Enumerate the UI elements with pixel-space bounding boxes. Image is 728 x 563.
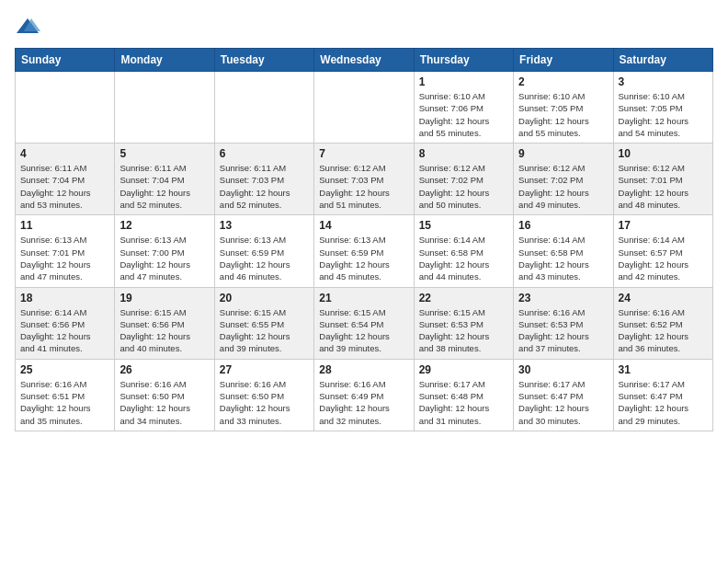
- day-number: 28: [319, 363, 408, 376]
- day-info: Sunrise: 6:10 AM Sunset: 7:06 PM Dayligh…: [419, 90, 508, 139]
- calendar-cell: 11Sunrise: 6:13 AM Sunset: 7:01 PM Dayli…: [16, 215, 115, 287]
- day-info: Sunrise: 6:14 AM Sunset: 6:58 PM Dayligh…: [419, 234, 508, 282]
- day-number: 9: [518, 147, 608, 160]
- calendar-week-4: 18Sunrise: 6:14 AM Sunset: 6:56 PM Dayli…: [16, 287, 713, 359]
- calendar-cell: 28Sunrise: 6:16 AM Sunset: 6:49 PM Dayli…: [314, 359, 414, 431]
- calendar-cell: 26Sunrise: 6:16 AM Sunset: 6:50 PM Dayli…: [115, 359, 214, 431]
- calendar-cell: 16Sunrise: 6:14 AM Sunset: 6:58 PM Dayli…: [514, 215, 613, 287]
- day-number: 13: [220, 219, 309, 232]
- day-number: 16: [518, 219, 608, 232]
- day-number: 3: [619, 75, 708, 88]
- calendar-cell: [214, 72, 313, 144]
- day-info: Sunrise: 6:14 AM Sunset: 6:57 PM Dayligh…: [619, 234, 708, 282]
- calendar-cell: 5Sunrise: 6:11 AM Sunset: 7:04 PM Daylig…: [115, 144, 214, 215]
- day-number: 25: [20, 363, 109, 376]
- day-number: 2: [518, 75, 608, 88]
- calendar-cell: [314, 72, 414, 144]
- calendar-header-row: SundayMondayTuesdayWednesdayThursdayFrid…: [16, 49, 713, 72]
- calendar-cell: 17Sunrise: 6:14 AM Sunset: 6:57 PM Dayli…: [613, 215, 712, 287]
- calendar-cell: 18Sunrise: 6:14 AM Sunset: 6:56 PM Dayli…: [16, 287, 115, 359]
- day-number: 11: [20, 219, 109, 232]
- day-number: 4: [20, 147, 109, 160]
- day-info: Sunrise: 6:13 AM Sunset: 6:59 PM Dayligh…: [220, 234, 309, 282]
- day-number: 24: [619, 292, 708, 304]
- day-number: 14: [319, 219, 408, 232]
- day-info: Sunrise: 6:12 AM Sunset: 7:01 PM Dayligh…: [619, 162, 708, 211]
- day-info: Sunrise: 6:17 AM Sunset: 6:47 PM Dayligh…: [619, 378, 708, 427]
- calendar-cell: 7Sunrise: 6:12 AM Sunset: 7:03 PM Daylig…: [314, 144, 414, 215]
- day-info: Sunrise: 6:10 AM Sunset: 7:05 PM Dayligh…: [518, 90, 608, 139]
- calendar-cell: 29Sunrise: 6:17 AM Sunset: 6:48 PM Dayli…: [414, 359, 513, 431]
- day-number: 23: [518, 292, 608, 304]
- day-number: 10: [619, 147, 708, 160]
- calendar-cell: 13Sunrise: 6:13 AM Sunset: 6:59 PM Dayli…: [214, 215, 313, 287]
- day-info: Sunrise: 6:16 AM Sunset: 6:51 PM Dayligh…: [20, 378, 109, 427]
- day-number: 26: [119, 363, 209, 376]
- day-number: 7: [319, 147, 408, 160]
- calendar-table: SundayMondayTuesdayWednesdayThursdayFrid…: [15, 48, 713, 431]
- day-number: 6: [220, 147, 309, 160]
- day-number: 18: [20, 292, 109, 304]
- calendar-cell: 9Sunrise: 6:12 AM Sunset: 7:02 PM Daylig…: [514, 144, 613, 215]
- day-info: Sunrise: 6:12 AM Sunset: 7:02 PM Dayligh…: [419, 162, 508, 211]
- day-number: 1: [419, 75, 508, 88]
- calendar-cell: 15Sunrise: 6:14 AM Sunset: 6:58 PM Dayli…: [414, 215, 513, 287]
- calendar-week-5: 25Sunrise: 6:16 AM Sunset: 6:51 PM Dayli…: [16, 359, 713, 431]
- calendar-header-monday: Monday: [115, 49, 214, 72]
- logo: [15, 15, 44, 40]
- logo-icon: [15, 15, 40, 40]
- day-info: Sunrise: 6:14 AM Sunset: 6:56 PM Dayligh…: [20, 306, 109, 355]
- day-number: 21: [319, 292, 408, 304]
- calendar-header-tuesday: Tuesday: [214, 49, 313, 72]
- day-info: Sunrise: 6:17 AM Sunset: 6:48 PM Dayligh…: [419, 378, 508, 427]
- calendar-cell: [16, 72, 115, 144]
- day-info: Sunrise: 6:16 AM Sunset: 6:50 PM Dayligh…: [119, 378, 209, 427]
- day-info: Sunrise: 6:16 AM Sunset: 6:49 PM Dayligh…: [319, 378, 408, 427]
- day-number: 22: [419, 292, 508, 304]
- day-info: Sunrise: 6:11 AM Sunset: 7:03 PM Dayligh…: [220, 162, 309, 211]
- day-info: Sunrise: 6:10 AM Sunset: 7:05 PM Dayligh…: [619, 90, 708, 139]
- day-info: Sunrise: 6:15 AM Sunset: 6:56 PM Dayligh…: [119, 306, 209, 355]
- calendar-week-1: 1Sunrise: 6:10 AM Sunset: 7:06 PM Daylig…: [16, 72, 713, 144]
- day-info: Sunrise: 6:15 AM Sunset: 6:55 PM Dayligh…: [220, 306, 309, 355]
- day-info: Sunrise: 6:15 AM Sunset: 6:53 PM Dayligh…: [419, 306, 508, 355]
- day-number: 29: [419, 363, 508, 376]
- day-info: Sunrise: 6:16 AM Sunset: 6:53 PM Dayligh…: [518, 306, 608, 355]
- day-info: Sunrise: 6:13 AM Sunset: 7:00 PM Dayligh…: [119, 234, 209, 282]
- calendar-cell: 1Sunrise: 6:10 AM Sunset: 7:06 PM Daylig…: [414, 72, 513, 144]
- calendar-header-thursday: Thursday: [414, 49, 513, 72]
- calendar-cell: 8Sunrise: 6:12 AM Sunset: 7:02 PM Daylig…: [414, 144, 513, 215]
- day-info: Sunrise: 6:11 AM Sunset: 7:04 PM Dayligh…: [20, 162, 109, 211]
- day-info: Sunrise: 6:15 AM Sunset: 6:54 PM Dayligh…: [319, 306, 408, 355]
- page-header: [15, 15, 713, 40]
- calendar-cell: 24Sunrise: 6:16 AM Sunset: 6:52 PM Dayli…: [613, 287, 712, 359]
- calendar-header-saturday: Saturday: [613, 49, 712, 72]
- day-number: 27: [220, 363, 309, 376]
- day-info: Sunrise: 6:16 AM Sunset: 6:50 PM Dayligh…: [220, 378, 309, 427]
- calendar-cell: 27Sunrise: 6:16 AM Sunset: 6:50 PM Dayli…: [214, 359, 313, 431]
- calendar-cell: 23Sunrise: 6:16 AM Sunset: 6:53 PM Dayli…: [514, 287, 613, 359]
- day-info: Sunrise: 6:12 AM Sunset: 7:03 PM Dayligh…: [319, 162, 408, 211]
- calendar-header-friday: Friday: [514, 49, 613, 72]
- calendar-cell: 19Sunrise: 6:15 AM Sunset: 6:56 PM Dayli…: [115, 287, 214, 359]
- calendar-cell: 30Sunrise: 6:17 AM Sunset: 6:47 PM Dayli…: [514, 359, 613, 431]
- calendar-week-3: 11Sunrise: 6:13 AM Sunset: 7:01 PM Dayli…: [16, 215, 713, 287]
- day-number: 12: [119, 219, 209, 232]
- calendar-cell: 22Sunrise: 6:15 AM Sunset: 6:53 PM Dayli…: [414, 287, 513, 359]
- day-info: Sunrise: 6:13 AM Sunset: 6:59 PM Dayligh…: [319, 234, 408, 282]
- calendar-cell: 10Sunrise: 6:12 AM Sunset: 7:01 PM Dayli…: [613, 144, 712, 215]
- calendar-cell: 14Sunrise: 6:13 AM Sunset: 6:59 PM Dayli…: [314, 215, 414, 287]
- day-number: 5: [119, 147, 209, 160]
- calendar-cell: 12Sunrise: 6:13 AM Sunset: 7:00 PM Dayli…: [115, 215, 214, 287]
- day-info: Sunrise: 6:16 AM Sunset: 6:52 PM Dayligh…: [619, 306, 708, 355]
- calendar-cell: 21Sunrise: 6:15 AM Sunset: 6:54 PM Dayli…: [314, 287, 414, 359]
- day-number: 15: [419, 219, 508, 232]
- calendar-header-sunday: Sunday: [16, 49, 115, 72]
- calendar-cell: 31Sunrise: 6:17 AM Sunset: 6:47 PM Dayli…: [613, 359, 712, 431]
- calendar-cell: 20Sunrise: 6:15 AM Sunset: 6:55 PM Dayli…: [214, 287, 313, 359]
- day-number: 17: [619, 219, 708, 232]
- day-number: 8: [419, 147, 508, 160]
- calendar-cell: 4Sunrise: 6:11 AM Sunset: 7:04 PM Daylig…: [16, 144, 115, 215]
- calendar-cell: 6Sunrise: 6:11 AM Sunset: 7:03 PM Daylig…: [214, 144, 313, 215]
- day-info: Sunrise: 6:14 AM Sunset: 6:58 PM Dayligh…: [518, 234, 608, 282]
